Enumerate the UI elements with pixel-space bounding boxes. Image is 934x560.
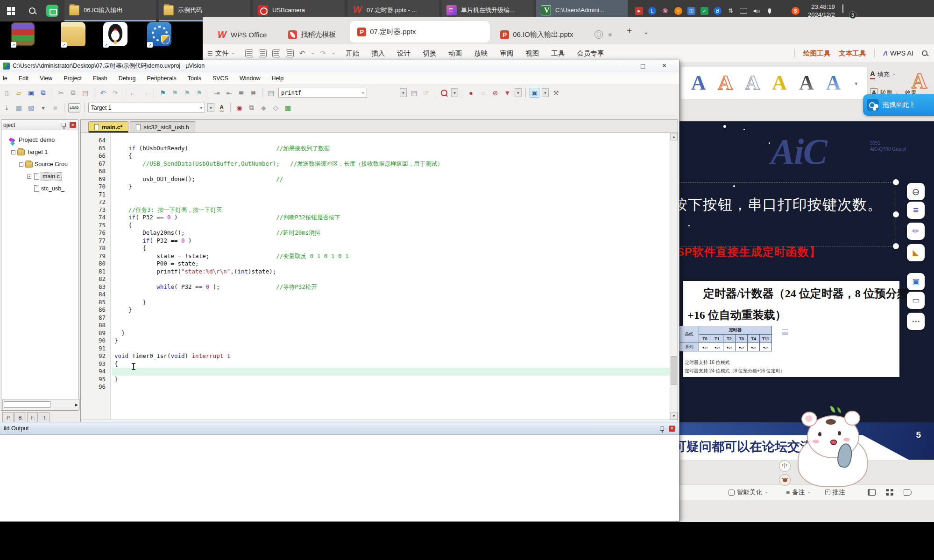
configuration-icon[interactable] <box>551 88 561 98</box>
save-icon[interactable] <box>26 88 36 98</box>
wordart-style-option[interactable]: A <box>799 73 814 93</box>
edit-target-options-icon[interactable] <box>217 103 226 112</box>
open-file-icon[interactable] <box>14 88 24 98</box>
ribbon-tab[interactable]: 审阅 <box>500 49 513 58</box>
scroll-down-icon[interactable] <box>670 412 678 420</box>
code-line[interactable]: { <box>114 245 670 252</box>
code-line[interactable]: } <box>114 306 670 314</box>
target-combobox[interactable]: Target 1 <box>88 103 205 112</box>
paste-icon[interactable] <box>80 88 90 98</box>
layout-dropdown[interactable] <box>542 88 549 97</box>
tray-icon[interactable] <box>687 7 695 15</box>
comments-button[interactable]: 批注 <box>825 488 845 497</box>
code-line[interactable]: void Timer0_Isr(void) interrupt 1 <box>114 352 670 360</box>
wps-ai-button[interactable]: WPS AI <box>883 49 913 57</box>
code-line[interactable]: } <box>114 337 670 345</box>
batch-build-icon[interactable] <box>38 103 48 112</box>
code-line[interactable]: { <box>114 222 670 230</box>
tray-icon[interactable] <box>674 7 682 15</box>
find-combobox[interactable]: printf <box>278 88 367 98</box>
code-line[interactable]: P00 = state; <box>114 260 670 268</box>
wps-tab[interactable]: 找稻壳模板 <box>281 25 347 44</box>
code-line[interactable] <box>114 191 670 199</box>
code-line[interactable]: Delay20ms(); //延时20ms消抖 <box>114 229 670 237</box>
selection-handle[interactable] <box>893 179 899 185</box>
code-line[interactable]: while( P32 == 0 ); //等待P32松开 <box>114 283 670 291</box>
collapse-tool-button[interactable] <box>907 183 925 200</box>
pack-installer-icon[interactable] <box>283 103 293 112</box>
close-panel-icon[interactable] <box>669 426 675 432</box>
taskbar-search-button[interactable] <box>21 0 43 21</box>
context-tool-tab[interactable]: 绘图工具 <box>803 49 830 58</box>
redo-icon[interactable] <box>110 88 120 98</box>
code-line[interactable] <box>114 275 670 283</box>
rebuild-icon[interactable] <box>26 103 36 112</box>
translate-icon[interactable] <box>2 103 12 112</box>
indent-icon[interactable] <box>212 88 222 98</box>
code-line[interactable]: { <box>114 360 670 368</box>
search-dropdown[interactable] <box>451 88 458 97</box>
code-line[interactable]: } <box>114 376 670 384</box>
more-tools-button[interactable] <box>907 313 925 330</box>
wordart-style-option[interactable]: A <box>772 73 787 93</box>
pin-icon[interactable] <box>660 427 664 431</box>
quick-search-icon[interactable] <box>439 88 449 98</box>
slide-heading-text[interactable]: 按下按钮，串口打印按键次数。 <box>679 195 882 215</box>
vertical-scrollbar[interactable] <box>670 133 678 420</box>
new-tab-button[interactable]: + <box>622 26 636 36</box>
tray-icon[interactable] <box>778 7 786 15</box>
code-line[interactable] <box>114 314 670 322</box>
code-line[interactable]: //任务3: 按一下灯亮，按一下灯灭 <box>114 206 670 214</box>
debug-session-icon[interactable] <box>234 103 244 112</box>
tray-icon[interactable] <box>727 7 735 15</box>
uvision-title-bar[interactable]: C:\Users\Administrator\Desktop\07.定时器\示例… <box>0 60 679 72</box>
wordart-style-option[interactable]: A <box>691 73 706 93</box>
code-line[interactable] <box>114 137 670 145</box>
desktop-icon[interactable] <box>9 21 36 49</box>
ribbon-tab[interactable]: 开始 <box>346 49 359 58</box>
pet-paw-button[interactable] <box>779 474 791 486</box>
save-all-icon[interactable] <box>38 88 48 98</box>
selection-handle[interactable] <box>893 243 899 249</box>
cut-icon[interactable] <box>56 88 66 98</box>
menu-item[interactable]: SVCS <box>212 75 228 82</box>
desktop-icon[interactable] <box>102 21 129 49</box>
code-line[interactable]: if( P32 == 0 ) <box>114 237 670 245</box>
context-tool-tab[interactable]: 文本工具 <box>839 49 866 58</box>
slide-sorter-button[interactable] <box>886 489 893 496</box>
wordart-style-option[interactable]: A <box>745 73 760 93</box>
ribbon-tab[interactable]: 会员专享 <box>577 49 604 58</box>
undo-icon[interactable] <box>98 88 108 98</box>
slide-red-note[interactable]: ISP软件直接生成定时函数】 <box>679 245 821 259</box>
build-icon[interactable] <box>14 103 24 112</box>
tab-list-button[interactable] <box>639 26 653 36</box>
vscroll-thumb[interactable] <box>671 356 677 385</box>
select-device-icon[interactable] <box>271 103 281 112</box>
minimize-button[interactable] <box>621 62 624 70</box>
find-in-files2-icon[interactable] <box>409 88 419 98</box>
code-line[interactable]: //USB_SendData(UsbOutBuffer,OutNumber); … <box>114 160 670 168</box>
wps-tab[interactable]: 06.IO输入输出.pptx <box>493 25 584 44</box>
tree-expander-icon[interactable]: + <box>27 175 31 179</box>
project-scrollbar[interactable] <box>2 399 80 410</box>
scroll-up-icon[interactable] <box>670 133 678 140</box>
tree-expander-icon[interactable]: - <box>11 150 15 154</box>
ribbon-tab[interactable]: 放映 <box>474 49 488 58</box>
code-line[interactable]: if( P32 == 0 ) //判断P32按钮是否按下 <box>114 214 670 222</box>
file-menu[interactable]: 文件 <box>207 49 235 58</box>
slide-canvas[interactable]: AiC 9051 AiC-QT00 Gradel 按下按钮，串口打印按键次数。 … <box>679 121 934 460</box>
redo-dropdown-icon[interactable] <box>332 49 335 57</box>
editor-tab[interactable]: main.c* <box>88 121 128 133</box>
normal-view-button[interactable] <box>868 489 876 496</box>
layers-tool-button[interactable] <box>907 202 925 219</box>
taskbar-clock[interactable]: 23:48:19 2024/12/2 <box>808 3 835 19</box>
scroll-right-icon[interactable] <box>75 403 79 407</box>
reading-view-button[interactable] <box>904 489 912 496</box>
menu-item[interactable]: Flash <box>93 75 107 82</box>
bookmark-prev-icon[interactable] <box>170 88 180 98</box>
navigate-back-icon[interactable] <box>128 88 138 98</box>
search-icon[interactable] <box>922 50 927 56</box>
notes-button[interactable]: 备注 <box>786 488 811 497</box>
close-panel-icon[interactable] <box>70 122 76 128</box>
comment-tool-button[interactable] <box>907 292 925 309</box>
